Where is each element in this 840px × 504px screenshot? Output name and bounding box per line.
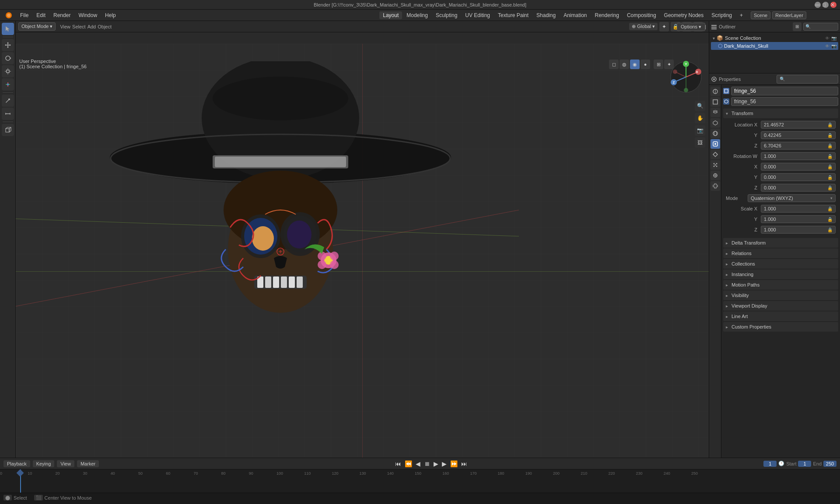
scale-y-lock[interactable]: 🔒 bbox=[827, 217, 833, 222]
world-properties[interactable] bbox=[710, 129, 720, 138]
next-frame-btn[interactable]: ▶ bbox=[441, 460, 448, 467]
prev-frame-btn[interactable]: ◀ bbox=[415, 460, 421, 467]
location-y-value[interactable]: 0.42245 🔒 bbox=[761, 131, 836, 139]
menu-animation[interactable]: Animation bbox=[560, 11, 590, 19]
select-menu[interactable]: Select bbox=[72, 24, 86, 29]
add-menu[interactable]: Add bbox=[88, 24, 96, 29]
rotation-w-value[interactable]: 1.000 🔒 bbox=[761, 152, 836, 160]
line-art-header[interactable]: ▸ Line Art bbox=[723, 312, 838, 321]
menu-geometry-nodes[interactable]: Geometry Nodes bbox=[661, 11, 707, 19]
annotate-tool[interactable] bbox=[2, 94, 14, 107]
add-cube-tool[interactable] bbox=[2, 124, 14, 136]
keying-menu[interactable]: Keying bbox=[33, 460, 55, 467]
rotation-z-value[interactable]: 0.000 🔒 bbox=[761, 184, 836, 192]
outliner-filter[interactable]: ⊞ bbox=[793, 22, 802, 31]
solid-shading[interactable]: ◍ bbox=[620, 60, 629, 69]
maximize-button[interactable]: □ bbox=[822, 2, 829, 8]
transform-header[interactable]: ▾ Transform bbox=[723, 108, 838, 118]
render-layer-selector[interactable]: RenderLayer bbox=[772, 11, 806, 19]
menu-uv[interactable]: UV Editing bbox=[462, 11, 494, 19]
particles-properties[interactable] bbox=[710, 160, 720, 170]
view-menu-tl[interactable]: View bbox=[57, 460, 74, 467]
end-frame-field[interactable]: 250 bbox=[823, 461, 836, 467]
transform-orientation-extra[interactable]: ✦ bbox=[659, 22, 669, 32]
location-z-value[interactable]: 6.70426 🔒 bbox=[761, 142, 836, 150]
start-frame-field[interactable]: 1 bbox=[798, 461, 811, 467]
next-keyframe-btn[interactable]: ⏩ bbox=[449, 460, 458, 467]
timeline-frames[interactable]: 0102030405060708090100110120130140150160… bbox=[0, 469, 840, 493]
object-name-field[interactable]: fringe_56 bbox=[731, 87, 838, 95]
camera-view[interactable]: 📷 bbox=[695, 125, 705, 136]
play-btn[interactable]: ▶ bbox=[433, 460, 439, 467]
menu-render[interactable]: Render bbox=[50, 11, 74, 19]
menu-help[interactable]: Help bbox=[102, 11, 119, 19]
physics-properties[interactable] bbox=[710, 171, 720, 180]
outliner-scene-collection[interactable]: ▾ 📦 Scene Collection 👁 📷 bbox=[711, 34, 838, 42]
rendered-shading[interactable]: ● bbox=[640, 60, 650, 69]
menu-edit[interactable]: Edit bbox=[33, 11, 49, 19]
location-x-value[interactable]: 21.46572 🔒 bbox=[761, 121, 836, 129]
scale-z-lock[interactable]: 🔒 bbox=[827, 228, 833, 232]
menu-blender[interactable] bbox=[2, 11, 16, 20]
view-menu[interactable]: View bbox=[60, 24, 70, 29]
modifier-properties[interactable] bbox=[710, 150, 720, 159]
menu-shading[interactable]: Shading bbox=[533, 11, 559, 19]
xray-toggle[interactable]: ✦ bbox=[664, 60, 674, 69]
marker-menu[interactable]: Marker bbox=[77, 460, 99, 467]
render-properties[interactable] bbox=[710, 87, 720, 96]
collections-header[interactable]: ▸ Collections bbox=[723, 259, 838, 269]
current-frame-field[interactable]: 1 bbox=[763, 461, 777, 467]
view-layer-properties[interactable] bbox=[710, 108, 720, 117]
object-properties[interactable] bbox=[710, 139, 720, 149]
outliner-object-item[interactable]: ⬡ Dark_Mariachi_Skull 👁 📷 bbox=[711, 42, 838, 50]
rotation-y-value[interactable]: 0.000 🔒 bbox=[761, 173, 836, 181]
viewport-display-header[interactable]: ▸ Viewport Display bbox=[723, 301, 838, 311]
scene-selector[interactable]: Scene bbox=[751, 11, 770, 19]
move-viewport[interactable]: ✋ bbox=[695, 113, 705, 123]
menu-compositing[interactable]: Compositing bbox=[623, 11, 660, 19]
rotation-x-lock[interactable]: 🔒 bbox=[827, 164, 833, 169]
menu-scripting[interactable]: Scripting bbox=[708, 11, 735, 19]
object-menu[interactable]: Object bbox=[98, 24, 112, 29]
scale-x-lock[interactable]: 🔒 bbox=[827, 206, 833, 211]
outliner-render-icon[interactable]: 📷 bbox=[831, 36, 836, 41]
material-shading[interactable]: ◉ bbox=[630, 60, 640, 69]
object-visibility-toggle[interactable]: 👁 bbox=[825, 44, 830, 49]
menu-window[interactable]: Window bbox=[75, 11, 101, 19]
rotation-y-lock[interactable]: 🔒 bbox=[827, 175, 833, 180]
wireframe-shading[interactable]: ◻ bbox=[609, 60, 619, 69]
stop-btn[interactable]: ⏹ bbox=[423, 460, 431, 467]
motion-paths-header[interactable]: ▸ Motion Paths bbox=[723, 280, 838, 290]
relations-header[interactable]: ▸ Relations bbox=[723, 248, 838, 258]
menu-rendering[interactable]: Rendering bbox=[592, 11, 623, 19]
menu-modeling[interactable]: Modeling bbox=[403, 11, 431, 19]
location-x-lock[interactable]: 🔒 bbox=[827, 122, 833, 127]
object-render-toggle[interactable]: 📷 bbox=[831, 44, 836, 49]
overlay-toggle[interactable]: ⊞ bbox=[654, 60, 663, 69]
rotation-w-lock[interactable]: 🔒 bbox=[827, 154, 833, 159]
constraints-properties[interactable] bbox=[710, 181, 720, 191]
outliner-visibility-icon[interactable]: 👁 bbox=[825, 36, 830, 41]
scale-z-value[interactable]: 1.000 🔒 bbox=[761, 226, 836, 234]
menu-file[interactable]: File bbox=[17, 11, 32, 19]
timeline-scrubber-area[interactable]: 0102030405060708090100110120130140150160… bbox=[0, 469, 840, 493]
scale-tool[interactable] bbox=[2, 65, 14, 77]
viewport-3d[interactable]: Object Mode ▾ View Select Add Object ⊕ G… bbox=[16, 21, 709, 458]
properties-search[interactable]: 🔍 bbox=[777, 75, 839, 84]
menu-add-workspace[interactable]: + bbox=[736, 11, 746, 19]
outliner-search[interactable]: 🔍 bbox=[803, 23, 838, 31]
options-button[interactable]: Options ▾ bbox=[677, 23, 705, 31]
object-mode-dropdown[interactable]: Object Mode ▾ bbox=[18, 22, 56, 31]
output-properties[interactable] bbox=[710, 97, 720, 107]
rotation-x-value[interactable]: 0.000 🔒 bbox=[761, 163, 836, 171]
scene-properties[interactable] bbox=[710, 118, 720, 128]
transform-tool[interactable] bbox=[2, 78, 14, 91]
select-tool[interactable] bbox=[2, 23, 14, 35]
menu-texture-paint[interactable]: Texture Paint bbox=[494, 11, 532, 19]
visibility-header[interactable]: ▸ Visibility bbox=[723, 290, 838, 300]
jump-start-btn[interactable]: ⏮ bbox=[394, 460, 402, 467]
zoom-to-fit[interactable]: 🔍 bbox=[695, 101, 705, 111]
viewport-gizmo[interactable]: X Y Z bbox=[668, 60, 704, 94]
delta-transform-header[interactable]: ▸ Delta Transform bbox=[723, 238, 838, 248]
custom-properties-header[interactable]: ▸ Custom Properties bbox=[723, 322, 838, 332]
